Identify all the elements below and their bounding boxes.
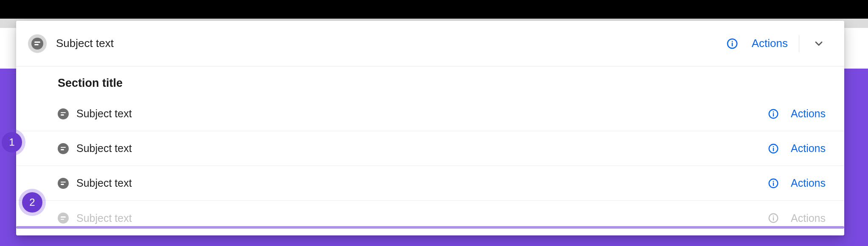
- svg-point-11: [773, 180, 774, 182]
- expandable-card: Subject text Actions Section title: [16, 21, 844, 235]
- svg-point-2: [731, 41, 733, 42]
- list-item-actions: Actions: [766, 176, 826, 191]
- info-icon[interactable]: [725, 36, 740, 51]
- section-title: Section title: [16, 77, 844, 97]
- actions-link[interactable]: Actions: [791, 212, 826, 224]
- callout-number: 2: [29, 196, 35, 208]
- svg-point-5: [773, 111, 774, 112]
- list-item-label: Subject text: [76, 142, 132, 155]
- chevron-down-icon: [813, 38, 825, 50]
- subject-text-icon: [58, 178, 69, 189]
- info-icon[interactable]: [766, 107, 781, 121]
- subject-text-icon: [58, 108, 69, 119]
- actions-link[interactable]: Actions: [791, 142, 826, 155]
- subject-text-icon: [31, 38, 43, 50]
- list-item-actions: Actions: [766, 141, 826, 156]
- info-icon[interactable]: [766, 176, 781, 191]
- list-item[interactable]: Subject text Actions: [16, 201, 844, 235]
- subject-text-icon: [58, 143, 69, 154]
- callout-number: 1: [9, 136, 14, 148]
- list-item-label: Subject text: [76, 177, 132, 189]
- subject-big-icon-ring: [28, 34, 47, 53]
- list-item[interactable]: Subject text Actions: [16, 97, 844, 131]
- top-black-band: [0, 0, 868, 19]
- list-item-actions: Actions: [766, 211, 826, 225]
- section: Section title Subject text Actions Subje…: [16, 66, 844, 235]
- info-icon[interactable]: [766, 211, 781, 225]
- svg-point-14: [773, 216, 774, 217]
- info-icon[interactable]: [766, 141, 781, 156]
- subject-text-icon: [58, 213, 69, 224]
- list-item-label: Subject text: [76, 108, 132, 120]
- card-header: Subject text Actions: [16, 21, 844, 66]
- actions-link[interactable]: Actions: [791, 177, 826, 189]
- callout-badge-1: 1: [2, 132, 22, 152]
- actions-link[interactable]: Actions: [791, 108, 826, 120]
- actions-link[interactable]: Actions: [752, 37, 788, 50]
- header-subject-text: Subject text: [56, 37, 114, 50]
- collapse-toggle[interactable]: [810, 35, 827, 52]
- list-item-actions: Actions: [766, 107, 826, 121]
- list-item-label: Subject text: [76, 212, 132, 224]
- header-actions-group: Actions: [725, 35, 827, 52]
- svg-point-8: [773, 146, 774, 147]
- card-shadow-bar: [16, 226, 844, 229]
- list-item[interactable]: Subject text Actions: [16, 131, 844, 166]
- callout-badge-2: 2: [22, 192, 42, 213]
- list-item[interactable]: Subject text Actions: [16, 166, 844, 201]
- header-separator: [799, 35, 799, 52]
